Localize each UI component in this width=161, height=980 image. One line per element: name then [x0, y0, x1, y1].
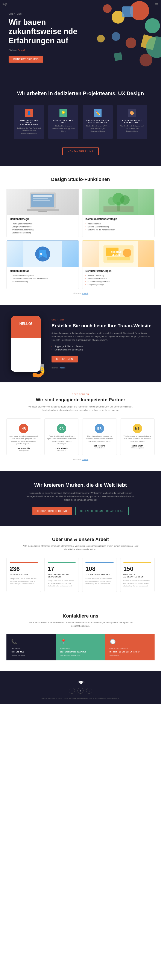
stat-card-0: 236 TASSEN KAFFEE Sample text: Click to … — [6, 558, 41, 592]
dream-list-item-1: Mehrsprachige Unterstützung — [51, 348, 155, 351]
stat-text-0: Sample text: Click to select the text bo… — [10, 578, 38, 585]
team-card-text-2: Starten Sie mit einem MVP mit einer erst… — [86, 125, 110, 132]
stat-label-0: TASSEN KAFFEE — [10, 574, 38, 576]
partners-text: Wir legen großen Wert auf starke Beziehu… — [21, 405, 140, 412]
studio-card-list-2: Visuelle Identitätssysteme Leitfäden für… — [10, 274, 76, 283]
dream-title: Erstellen Sie noch heute Ihre Traum-Webs… — [51, 323, 155, 329]
svg-point-10 — [140, 54, 152, 67]
studio-list-item: Informationsarchitektur — [85, 277, 151, 280]
t-text-1: Placerat est ipsum tincidunt lorem eget.… — [47, 435, 76, 445]
partners-title: Wir sind engagierte kompetente Partner — [6, 397, 155, 402]
menu-icon[interactable]: ☰ — [155, 3, 158, 7]
studio-list-item: Nutzererfahrung Interaktiv — [85, 280, 151, 283]
about-title: Über uns & unsere Arbeit — [6, 537, 155, 542]
contact-value-1: 9914 West Street, 21 Avenue — [60, 651, 101, 653]
t-role-2: Verkäuferleiter — [85, 447, 114, 449]
stat-bar-3 — [123, 562, 151, 563]
footer: logo f in t Sample text: Click to select… — [0, 671, 161, 704]
hero-section: logo ☰ ÜBER UNS Wir bauen zukunftsweise … — [0, 0, 161, 80]
hero-label: ÜBER UNS — [9, 13, 81, 15]
studio-card-list-1: Interne Identität Externe Markenberatung… — [85, 222, 151, 231]
team-icon-1: 💡 — [59, 109, 67, 117]
svg-point-9 — [97, 35, 105, 43]
phone-mockup: HELLO! 🤳 — [6, 316, 45, 372]
partners-label: REFERENZEN — [6, 393, 155, 395]
team-icon-3: 🎨 — [128, 109, 136, 117]
hand-icon: 🤳 — [31, 363, 47, 378]
brands-btn-secondary[interactable]: SEHEN SIE DIE ANDERE ARBEIT AN — [75, 507, 129, 515]
hero-cta-button[interactable]: KONTAKTIERE UNS — [9, 56, 43, 63]
social-facebook-icon[interactable]: f — [69, 687, 75, 694]
t-name-0: Nat Reynolds — [9, 447, 38, 450]
svg-rect-11 — [114, 52, 123, 61]
t-avatar-0: NR — [19, 424, 28, 433]
contact-section: Kontaktiere uns Duis aute irure dolor in… — [0, 603, 161, 671]
stat-label-2: ZUFRIEDENE KUNDEN — [85, 574, 113, 576]
studio-card-title-1: Kommunikationsstrategie — [85, 218, 151, 221]
hero-credit-link[interactable]: Freepik — [18, 49, 26, 51]
team-card-text-0: Entdecken Sie Pain Points und verstehen … — [17, 127, 41, 135]
teams-cta-button[interactable]: KONTAKTIERE UNS — [62, 148, 99, 155]
stat-label-1: AUSZEICHNUNGEN GEWONNEN — [48, 574, 76, 578]
contact-title: Kontaktiere uns — [6, 613, 155, 619]
dream-label: ÜBER UNS — [51, 319, 155, 321]
studio-grid: Markenstrategie Prüfung der Markenwelt D… — [6, 189, 155, 289]
studio-section: Design Studio-Funktionen Markenstrategie… — [0, 166, 161, 305]
stat-number-1: 17 — [48, 565, 76, 572]
contact-value-2: Di - Fr: 9 - 20 Uhr, Sa: 10 - 18 Uhr — [110, 651, 150, 653]
team-card-text-1: Starten Sie mit einem internationalen Pr… — [51, 125, 75, 132]
contact-label-2: ÖFFNUNGSZEITEN — [110, 648, 150, 649]
testimonial-card-2: BR Eliom rique alipsum praesent lic. Pra… — [82, 418, 117, 455]
dream-credit-link[interactable]: Freepik — [59, 367, 65, 369]
partners-credit-link[interactable]: Freepik — [82, 458, 88, 461]
dream-content: ÜBER UNS Erstellen Sie noch heute Ihre T… — [51, 319, 155, 369]
testimonial-card-0: NR Aber ipsam nobis in ipsum eaque aut i… — [6, 418, 41, 455]
t-bar-1 — [45, 418, 79, 419]
studio-card-body-0: Markenstrategie Prüfung der Markenwelt D… — [6, 215, 78, 237]
contact-icon-hours: 🕐 — [110, 638, 116, 645]
svg-text:CREATIVE: CREATIVE — [111, 251, 122, 253]
social-linkedin-icon[interactable]: in — [78, 687, 83, 694]
team-icon-2: ✏️ — [94, 109, 102, 117]
t-name-1: Celia Almeda — [47, 447, 76, 450]
footer-logo: logo — [6, 680, 155, 684]
studio-card-0: Markenstrategie Prüfung der Markenwelt D… — [6, 189, 79, 237]
t-name-2: Bob Roberts — [85, 445, 114, 447]
dream-list-item-0: Support ja E-Mail und Telefon — [51, 345, 155, 348]
svg-rect-3 — [122, 6, 133, 17]
team-card-3: 🎨 VERBESSERN SIE EIN PRODUKT Werden Sie … — [117, 105, 147, 139]
contact-icon-address: 📍 — [60, 638, 67, 645]
svg-text:∞: ∞ — [40, 251, 42, 256]
svg-rect-16 — [33, 200, 50, 201]
studio-card-title-2: Markenidentität — [10, 269, 76, 272]
stat-text-3: Sample text: Click to select the text bo… — [123, 580, 151, 587]
svg-rect-17 — [27, 209, 59, 211]
contact-label-0: TELEFON — [11, 648, 51, 649]
dream-section: HELLO! 🤳 ÜBER UNS Erstellen Sie noch heu… — [0, 305, 161, 382]
t-role-3: Wirtschaftsprüfer — [123, 447, 152, 449]
partners-credit: Bilder von Freepik — [6, 458, 155, 461]
stat-card-1: 17 AUSZEICHNUNGEN GEWONNEN Sample text: … — [45, 558, 79, 592]
studio-credit-link[interactable]: Freepik — [82, 293, 88, 294]
dream-phone: HELLO! 🤳 — [6, 316, 45, 372]
contact-value-0: (726) 541-3350 — [11, 651, 51, 653]
team-card-0: 👤 NUTZERBEDÜRF NISSE RECHERCHIERE Entdec… — [14, 105, 44, 139]
dream-cta-button[interactable]: MOTIVIEREN — [51, 356, 78, 363]
studio-list-item: Interne Identität — [85, 222, 151, 225]
footer-text: Sample text: Click to select the text bo… — [6, 697, 155, 700]
t-bar-2 — [83, 418, 116, 419]
testimonials-grid: NR Aber ipsam nobis in ipsum eaque aut i… — [6, 418, 155, 455]
studio-card-2: ∞ Markenidentität Visuelle Identitätssys… — [6, 240, 79, 289]
stat-text-2: Sample text: Click to select the text bo… — [85, 578, 113, 585]
studio-img-2: ∞ — [6, 241, 78, 267]
hero-sub: Bild von Freepik — [9, 49, 81, 51]
studio-list-item: Stilführer für die Kommunikation — [85, 228, 151, 231]
t-name-3: Mattie Smith — [123, 445, 152, 447]
social-twitter-icon[interactable]: t — [86, 687, 92, 694]
svg-point-4 — [103, 4, 112, 13]
team-card-title-1: PROTOTYP EINER IDEE — [51, 119, 75, 124]
brands-btn-primary[interactable]: DESIGNPORTFOLIO UND — [32, 507, 72, 515]
studio-card-body-2: Markenidentität Visuelle Identitätssyste… — [6, 267, 78, 286]
svg-rect-8 — [112, 32, 120, 41]
svg-rect-32 — [107, 257, 130, 261]
